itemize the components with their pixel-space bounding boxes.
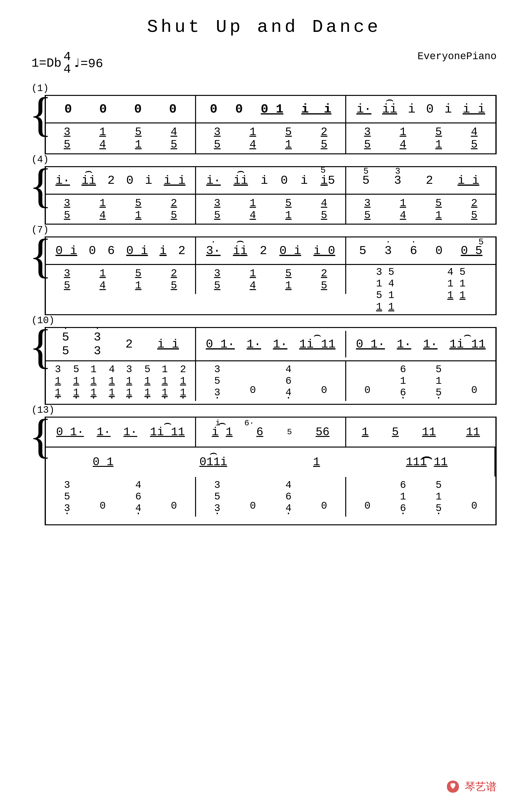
logo-icon: [444, 778, 461, 795]
bass-m-1-2: 35 14 51 25: [196, 124, 346, 154]
note-ii-tie: ⌢ ii: [382, 102, 397, 116]
staff-1: 0 0 0 0 0 0 0 1 i i: [45, 95, 497, 154]
m13-2: i 6· ⌢ i 1 6 5 56: [196, 418, 346, 447]
n-2-7: 2: [178, 244, 186, 258]
brace-7: {: [29, 232, 52, 280]
note-0-6: 0: [235, 102, 243, 116]
n-ii-10: i i: [157, 337, 179, 351]
note-ii-slur3: ⌢ ii: [233, 174, 248, 187]
n-33-10: · 33: [94, 330, 101, 358]
n-1-13b-1: 1: [313, 455, 320, 468]
n-1i11-13: ⌢ 1i 11: [150, 425, 185, 439]
n-5: 5: [359, 244, 366, 258]
piece-title: Shut Up and Dance: [31, 17, 497, 38]
n-6dot: · 6: [410, 244, 417, 258]
b10-col4: 1 2 1 1 1 1· ·: [162, 364, 186, 398]
b-35b: 35: [214, 126, 221, 151]
b7-stack2: 4 5 1 1 1 1: [448, 266, 466, 301]
n-0-9: 0: [435, 244, 442, 258]
note-i-4: i: [444, 102, 452, 116]
treble-7: 0 i 0 6 0 i i 2 · 3·: [46, 236, 495, 265]
note-0-4-1: 0: [126, 174, 133, 187]
b10-3-col1: 6 1 6·: [400, 364, 406, 398]
n-1d-13: 1·: [97, 425, 111, 439]
n-01d2: 0 1·: [356, 337, 385, 351]
b4-51c: 51: [436, 197, 442, 221]
staff-4: i· ⌢ ii 2 0 i i i i·: [45, 166, 497, 224]
n-11b-13-3: 11: [459, 425, 480, 439]
b-35: 35: [64, 126, 71, 151]
b7-25: 25: [171, 267, 177, 291]
system-13: (13) { 0 1· 1· 1· ⌢ 1i 11: [31, 405, 497, 525]
n-i-io: i 0: [313, 244, 335, 258]
key-tempo: 1=Db 4 4 ♩=96: [31, 51, 103, 76]
n-1d: 1·: [247, 337, 261, 351]
bass-4-2: 35 14 51 45: [196, 195, 346, 224]
m7-1: 0 i 0 6 0 i i 2: [46, 237, 196, 264]
b4-35c: 35: [364, 197, 371, 221]
n-1-13-3: 1: [362, 425, 369, 439]
note-3-top: 3 3: [394, 174, 401, 187]
note-2-6: 2: [426, 174, 433, 187]
b7-25b: 25: [321, 267, 327, 291]
tempo: ♩=96: [73, 56, 103, 71]
measure-1-2: 0 0 0 1 i i: [196, 96, 346, 122]
n-5-13-3: 5: [392, 425, 399, 439]
bass-4-1: 35 14 51 25: [46, 195, 196, 224]
note-i5-top: 5 i5: [321, 174, 335, 187]
n-5-top-13: 5: [287, 427, 292, 437]
b10-2-col1: 3 5 3·: [214, 364, 220, 398]
top-info: 1=Db 4 4 ♩=96 EveryonePiano: [31, 51, 497, 76]
treble-10: · 55 · 33 2 i i 0 1· 1·: [46, 327, 495, 361]
page: Shut Up and Dance 1=Db 4 4 ♩=96 Everyone…: [0, 0, 528, 812]
note-0-5-2: 0: [280, 174, 288, 187]
bass10-2: 3 5 3· 0 4 6 4· 0: [196, 361, 346, 401]
sys-4-wrapper: { i· ⌢ ii 2 0 i: [31, 166, 497, 224]
b13-2-col2: 4 6 4·: [285, 479, 291, 514]
note-i-5-1: i: [261, 174, 268, 187]
bass-4: 35 14 51 25 35 14 51 45 35: [46, 195, 495, 224]
n-1i11-10: ⌢ 1i 11: [299, 337, 335, 351]
sys-num-1: (1): [31, 83, 497, 94]
note-2-4: 2: [107, 174, 115, 187]
n-2-10: 2: [126, 337, 133, 351]
bass-10: 3 5 1 1 1 1· · 1 4 1 1 1 1· · 3 5: [46, 361, 495, 405]
b13-3-0: 0: [364, 500, 370, 514]
system-10: (10) { · 55 · 33: [31, 315, 497, 405]
bass10-1: 3 5 1 1 1 1· · 1 4 1 1 1 1· · 3 5: [46, 361, 196, 401]
note-0-3: 0: [134, 102, 142, 116]
page-logo: 琴艺谱: [444, 778, 497, 795]
n-1d2-13: 1·: [123, 425, 137, 439]
treble-13b: 0 1 ⌢ 011i 1 ⌢ 111 11: [46, 448, 495, 477]
b4-25: 25: [171, 197, 177, 221]
n-3dot2: · 3: [385, 244, 392, 258]
n-05-top: 5 0 5: [461, 244, 482, 258]
b13-2-0b: 0: [321, 500, 327, 514]
note-ii-4-3: i i: [164, 174, 186, 187]
b4-14b: 14: [250, 197, 256, 221]
b10-3-0: 0: [364, 385, 370, 398]
bass7-1: 35 14 51 25: [46, 265, 196, 294]
b7-14b: 14: [250, 267, 256, 291]
logo-brand-text: 琴艺谱: [465, 780, 497, 794]
b-45c: 45: [471, 126, 478, 151]
b13-col1: 3 5 3·: [64, 479, 70, 514]
n-0i: 0 i: [56, 244, 77, 258]
note-0-7: 0: [426, 102, 434, 116]
system-4: (4) { i· ⌢ ii 2 0: [31, 154, 497, 224]
measure-4-1: i· ⌢ ii 2 0 i i i: [46, 167, 196, 194]
b7-35: 35: [64, 267, 70, 291]
m7-3: 5 · 3 · 6 0 5 0: [346, 237, 495, 264]
b-35c: 35: [364, 126, 371, 151]
b10-3-0b: 0: [471, 385, 477, 398]
b4-51: 51: [135, 197, 142, 221]
score-body: (1) { 0 0 0 0: [31, 83, 497, 525]
b13-col2: 4 6 4·: [135, 479, 141, 514]
note-i-3: i: [408, 102, 415, 116]
m10-1: · 55 · 33 2 i i: [46, 328, 196, 360]
b10-2-0: 0: [250, 385, 256, 398]
b4-35b: 35: [214, 197, 220, 221]
attribution: EveryonePiano: [417, 51, 497, 62]
time-den: 4: [63, 63, 71, 76]
b-51c: 51: [435, 126, 442, 151]
